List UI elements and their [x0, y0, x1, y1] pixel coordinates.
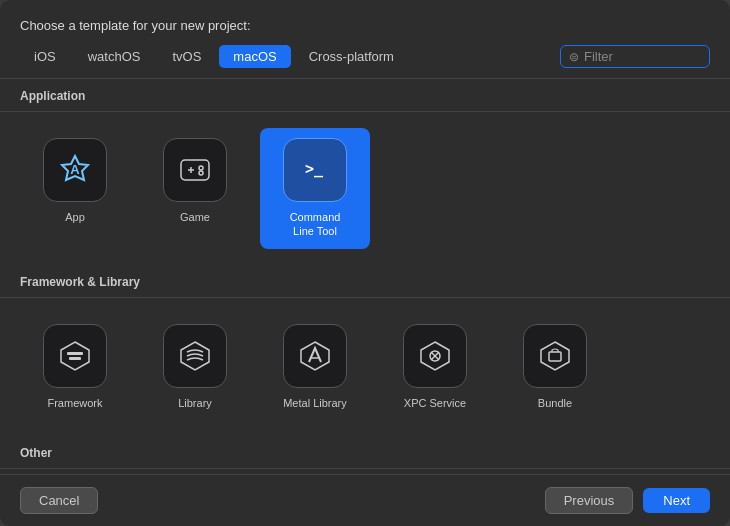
filter-icon: ⊜: [569, 50, 579, 64]
next-button[interactable]: Next: [643, 488, 710, 513]
app-icon: A: [43, 138, 107, 202]
framework-icon: [43, 324, 107, 388]
svg-text:A: A: [70, 162, 80, 177]
tab-tvos[interactable]: tvOS: [158, 45, 215, 68]
template-app[interactable]: A App: [20, 128, 130, 249]
tab-cross-platform[interactable]: Cross-platform: [295, 45, 408, 68]
cli-label: CommandLine Tool: [290, 210, 341, 239]
section-other: Other: [0, 436, 730, 469]
bundle-label: Bundle: [538, 396, 572, 410]
xpc-icon: [403, 324, 467, 388]
template-metal-library[interactable]: Metal Library: [260, 314, 370, 420]
tab-watchos[interactable]: watchOS: [74, 45, 155, 68]
library-icon: [163, 324, 227, 388]
template-game[interactable]: Game: [140, 128, 250, 249]
cli-icon: >_: [283, 138, 347, 202]
dialog-title: Choose a template for your new project:: [0, 0, 730, 45]
svg-rect-17: [549, 352, 561, 361]
template-bundle[interactable]: Bundle: [500, 314, 610, 420]
tab-macos[interactable]: macOS: [219, 45, 290, 68]
metal-icon: [283, 324, 347, 388]
platform-tab-bar: iOS watchOS tvOS macOS Cross-platform ⊜: [0, 45, 730, 78]
dialog-footer: Cancel Previous Next: [0, 475, 730, 526]
template-command-line-tool[interactable]: >_ CommandLine Tool: [260, 128, 370, 249]
app-label: App: [65, 210, 85, 224]
previous-button[interactable]: Previous: [545, 487, 634, 514]
svg-rect-8: [67, 352, 83, 355]
library-label: Library: [178, 396, 212, 410]
section-application: Application: [0, 79, 730, 112]
svg-rect-1: [181, 160, 209, 180]
template-xpc-service[interactable]: XPC Service: [380, 314, 490, 420]
svg-point-5: [199, 171, 203, 175]
project-template-dialog: Choose a template for your new project: …: [0, 0, 730, 526]
xpc-label: XPC Service: [404, 396, 466, 410]
template-content-area: Application A App: [0, 78, 730, 475]
tab-ios[interactable]: iOS: [20, 45, 70, 68]
svg-point-4: [199, 166, 203, 170]
template-library[interactable]: Library: [140, 314, 250, 420]
framework-grid: Framework Library: [0, 298, 730, 436]
bundle-icon: [523, 324, 587, 388]
framework-label: Framework: [47, 396, 102, 410]
svg-rect-9: [69, 357, 81, 360]
cancel-button[interactable]: Cancel: [20, 487, 98, 514]
svg-marker-16: [541, 342, 569, 370]
filter-input[interactable]: [584, 49, 701, 64]
game-label: Game: [180, 210, 210, 224]
application-grid: A App Game: [0, 112, 730, 265]
svg-marker-10: [181, 342, 209, 370]
svg-text:>_: >_: [305, 160, 324, 178]
filter-box: ⊜: [560, 45, 710, 68]
game-icon: [163, 138, 227, 202]
section-framework: Framework & Library: [0, 265, 730, 298]
svg-marker-7: [61, 342, 89, 370]
template-framework[interactable]: Framework: [20, 314, 130, 420]
metal-label: Metal Library: [283, 396, 347, 410]
